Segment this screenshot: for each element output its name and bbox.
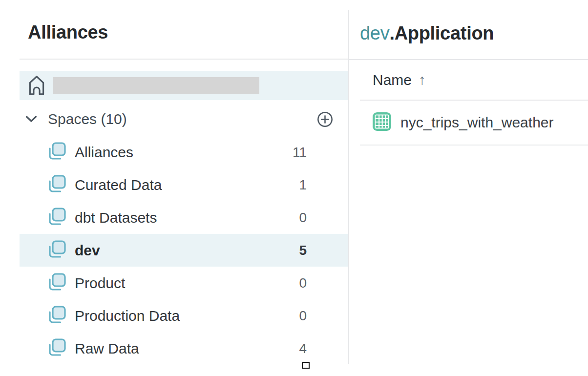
- breadcrumb-entity: Application: [395, 23, 494, 43]
- space-item-label: Alliances: [75, 144, 133, 161]
- space-icon: [46, 305, 66, 327]
- space-item-count: 5: [299, 243, 348, 258]
- chevron-down-icon[interactable]: [25, 115, 37, 123]
- breadcrumb-separator: .: [389, 23, 394, 43]
- space-icon: [46, 141, 66, 163]
- space-icon: [46, 207, 66, 229]
- redacted-label-bar: [53, 77, 259, 94]
- home-icon: [27, 74, 46, 97]
- app-window: Alliances Spaces (10): [0, 0, 588, 376]
- space-icon: [46, 174, 66, 196]
- dataset-row[interactable]: nyc_trips_with_weather: [360, 101, 588, 146]
- space-icon: [46, 239, 66, 261]
- space-item-label: Product: [75, 275, 125, 292]
- space-item-curated-data[interactable]: Curated Data 1: [20, 168, 348, 201]
- dataset-table-icon: [372, 112, 392, 133]
- space-list: Alliances 11 Curated Data 1 dbt Datasets…: [20, 136, 348, 365]
- space-item-count: 0: [299, 275, 348, 291]
- name-column-label: Name: [373, 72, 412, 88]
- space-item-label: Curated Data: [75, 177, 162, 193]
- space-item-count: 0: [299, 308, 348, 324]
- space-item-dbt-datasets[interactable]: dbt Datasets 0: [20, 201, 348, 234]
- space-item-dev[interactable]: dev 5: [20, 234, 348, 267]
- breadcrumb-space-link[interactable]: dev: [360, 23, 389, 43]
- space-item-count: 1: [299, 177, 348, 193]
- name-column-header[interactable]: Name ↑: [360, 60, 588, 101]
- space-item-product[interactable]: Product 0: [20, 267, 348, 299]
- space-item-label: dbt Datasets: [75, 209, 157, 226]
- sort-ascending-arrow: ↑: [419, 72, 426, 88]
- space-item-label: Production Data: [75, 308, 180, 324]
- spaces-section-header: Spaces (10): [20, 104, 348, 134]
- space-item-count: 11: [293, 145, 348, 160]
- sidebar-title: Alliances: [28, 22, 108, 43]
- dataset-name: nyc_trips_with_weather: [400, 114, 554, 131]
- space-item-count: 4: [299, 341, 348, 356]
- breadcrumb: dev.Application: [360, 23, 494, 44]
- sidebar: Alliances Spaces (10): [0, 0, 348, 376]
- space-item-production-data[interactable]: Production Data 0: [20, 299, 348, 332]
- space-item-label: Raw Data: [75, 340, 139, 357]
- space-icon: [46, 337, 66, 359]
- main-panel: dev.Application Name ↑: [349, 0, 588, 376]
- home-nav-row[interactable]: [20, 71, 348, 100]
- breadcrumb-header: dev.Application: [349, 0, 588, 60]
- plus-circle-icon[interactable]: [317, 111, 333, 127]
- cursor-artifact: [302, 362, 310, 369]
- spaces-section-label: Spaces (10): [48, 111, 127, 127]
- space-item-raw-data[interactable]: Raw Data 4: [20, 332, 348, 365]
- sidebar-title-divider: [20, 59, 348, 60]
- space-icon: [46, 272, 66, 294]
- space-item-alliances[interactable]: Alliances 11: [20, 136, 348, 168]
- space-item-label: dev: [75, 242, 100, 259]
- space-item-count: 0: [299, 210, 348, 226]
